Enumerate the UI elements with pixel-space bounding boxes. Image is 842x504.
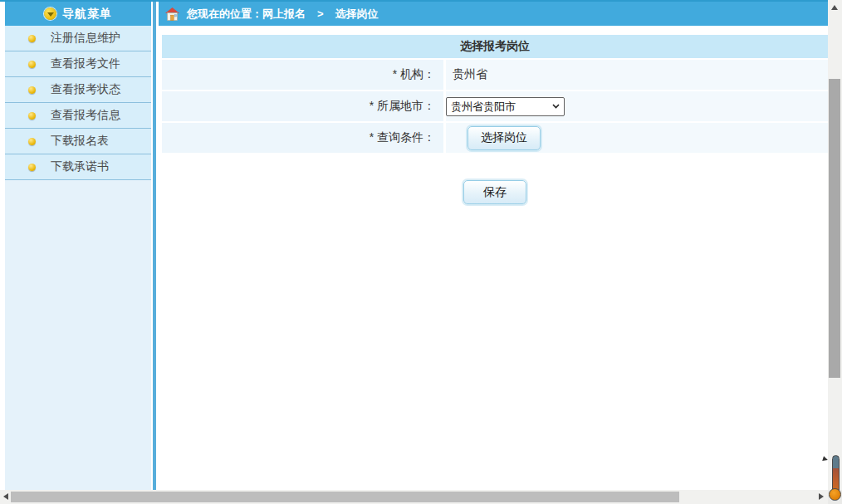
sidebar-item-download-form[interactable]: 下载报名表 — [5, 129, 151, 154]
sidebar-nav-title: 导航菜单 — [62, 7, 112, 22]
query-label: * 查询条件： — [162, 123, 443, 153]
yellow-dot-icon — [28, 86, 36, 94]
breadcrumb: 您现在的位置：网上报名 > 选择岗位 — [159, 2, 828, 26]
query-value-cell: 选择岗位 — [446, 123, 828, 153]
sidebar-nav-header[interactable]: 导航菜单 — [5, 2, 151, 26]
breadcrumb-prefix: 您现在的位置： — [187, 7, 262, 22]
organization-value: 贵州省 — [453, 67, 487, 82]
organization-value-cell: 贵州省 — [446, 60, 828, 90]
horizontal-scrollbar-thumb[interactable] — [11, 492, 679, 502]
sidebar-item-label: 查看报考状态 — [51, 82, 120, 97]
thermometer-bulb-icon — [829, 488, 841, 501]
yellow-dot-icon — [28, 112, 36, 120]
save-button[interactable]: 保存 — [463, 180, 526, 204]
scroll-up-arrow-icon[interactable] — [831, 5, 838, 10]
select-post-button[interactable]: 选择岗位 — [468, 126, 541, 150]
chevron-down-circle-icon — [44, 7, 56, 20]
city-select[interactable]: 贵州省贵阳市 — [446, 97, 565, 116]
sidebar-item-view-exam-files[interactable]: 查看报考文件 — [5, 51, 151, 77]
scroll-left-arrow-icon[interactable] — [3, 493, 8, 500]
yellow-dot-icon — [28, 61, 36, 68]
sidebar-item-label: 注册信息维护 — [51, 31, 120, 46]
breadcrumb-section: 网上报名 — [262, 7, 306, 22]
sidebar-background — [5, 180, 151, 490]
save-row: 保存 — [162, 180, 828, 204]
breadcrumb-current: 选择岗位 — [335, 7, 379, 22]
organization-label: * 机构： — [162, 60, 443, 90]
sidebar-item-label: 查看报考文件 — [51, 56, 120, 71]
form-row-organization: * 机构： 贵州省 — [162, 60, 828, 90]
sidebar-item-view-exam-info[interactable]: 查看报考信息 — [5, 103, 151, 129]
panel-header: 选择报考岗位 — [162, 35, 828, 58]
yellow-dot-icon — [28, 138, 36, 145]
horizontal-scrollbar[interactable] — [0, 490, 828, 504]
sidebar-divider — [153, 2, 156, 490]
page-title: 选择报考岗位 — [460, 39, 530, 54]
city-label: * 所属地市： — [162, 91, 443, 121]
sidebar-item-label: 查看报考信息 — [51, 108, 120, 123]
scroll-right-arrow-icon[interactable] — [819, 493, 824, 500]
home-icon — [165, 7, 179, 21]
sidebar-item-download-commitment[interactable]: 下载承诺书 — [5, 154, 151, 180]
vertical-scrollbar[interactable] — [828, 0, 842, 490]
sidebar-item-view-exam-status[interactable]: 查看报考状态 — [5, 77, 151, 103]
breadcrumb-separator: > — [317, 7, 324, 20]
sidebar-menu: 注册信息维护 查看报考文件 查看报考状态 查看报考信息 下载报名表 下载承诺书 — [5, 26, 151, 180]
sidebar-item-register-info[interactable]: 注册信息维护 — [5, 26, 151, 51]
vertical-scrollbar-thumb[interactable] — [829, 79, 840, 378]
city-value-cell: 贵州省贵阳市 — [446, 91, 828, 121]
yellow-dot-icon — [28, 35, 36, 42]
sidebar-item-label: 下载承诺书 — [51, 159, 109, 174]
form-row-query: * 查询条件： 选择岗位 — [162, 123, 828, 153]
yellow-dot-icon — [28, 164, 36, 171]
form-row-city: * 所属地市： 贵州省贵阳市 — [162, 91, 828, 121]
sidebar-item-label: 下载报名表 — [51, 134, 109, 149]
